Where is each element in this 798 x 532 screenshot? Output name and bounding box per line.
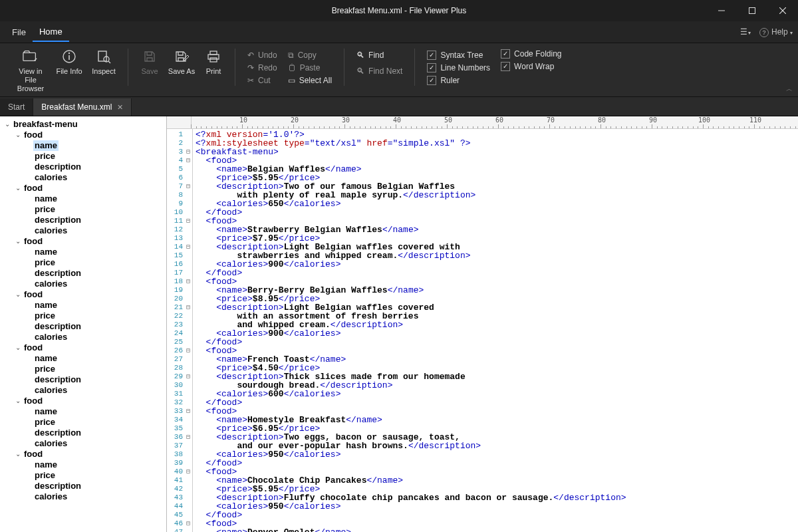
tree-leaf[interactable]: description	[0, 268, 166, 279]
tree-leaf[interactable]: calories	[0, 491, 166, 502]
ribbon-collapse-button[interactable]: ︿	[786, 84, 793, 94]
tree-leaf[interactable]: description	[0, 162, 166, 172]
code-folding-checkbox[interactable]: ✓Code Folding	[498, 49, 564, 59]
tree-leaf[interactable]: price	[0, 204, 166, 215]
tree-leaf[interactable]: name	[0, 194, 166, 204]
tree-leaf[interactable]: price	[0, 311, 166, 321]
syntax-tree-checkbox[interactable]: ✓Syntax Tree	[424, 50, 493, 61]
redo-button: ↷Redo	[245, 63, 280, 73]
search-icon: 🔍︎	[356, 51, 364, 60]
tree-leaf[interactable]: name	[0, 140, 166, 151]
view-in-browser-button[interactable]: View in File Browser	[12, 47, 49, 94]
window-maximize-button[interactable]	[737, 0, 767, 21]
tree-leaf[interactable]: description	[0, 428, 166, 438]
fold-gutter[interactable]: ⊟⊟⊟⊟⊟⊟⊟⊟⊟⊟⊟⊟⊟	[184, 129, 193, 532]
undo-button: ↶Undo	[245, 50, 280, 61]
inspect-button[interactable]: Inspect	[89, 47, 118, 76]
ruler-checkbox[interactable]: ✓Ruler	[424, 75, 493, 86]
tree-leaf[interactable]: price	[0, 151, 166, 162]
tree-node[interactable]: ⌄food	[0, 183, 166, 194]
svg-rect-11	[210, 51, 217, 55]
tree-node[interactable]: ⌄food	[0, 130, 166, 140]
work-area: ⌄breakfast-menu⌄foodnamepricedescription…	[0, 116, 798, 532]
tree-leaf[interactable]: name	[0, 247, 166, 257]
window-close-button[interactable]	[767, 0, 798, 21]
tree-node[interactable]: ⌄food	[0, 449, 166, 460]
tree-leaf[interactable]: price	[0, 257, 166, 268]
redo-icon: ↷	[247, 63, 254, 72]
save-as-button[interactable]: Save As	[167, 47, 196, 76]
save-button: Save	[138, 47, 162, 76]
tab-close-icon[interactable]: ✕	[117, 103, 123, 112]
tree-node[interactable]: ⌄food	[0, 236, 166, 247]
tree-leaf[interactable]: price	[0, 364, 166, 374]
tree-leaf[interactable]: name	[0, 353, 166, 364]
print-button[interactable]: Print	[201, 47, 225, 76]
tree-leaf[interactable]: description	[0, 215, 166, 225]
copy-button: ⧉Copy	[285, 50, 334, 61]
tree-leaf[interactable]: calories	[0, 279, 166, 289]
document-tabstrip: Start Breakfast Menu.xml✕	[0, 97, 798, 116]
menu-home[interactable]: Home	[33, 23, 69, 42]
svg-rect-8	[98, 51, 106, 61]
tree-leaf[interactable]: calories	[0, 172, 166, 183]
tree-leaf[interactable]: price	[0, 417, 166, 428]
window-minimize-button[interactable]	[706, 0, 737, 21]
find-next-button: 🔍︎Find Next	[354, 66, 405, 76]
svg-line-10	[108, 61, 110, 63]
settings-icon[interactable]: ☰▾	[740, 27, 750, 37]
ribbon: View in File Browser File Info Inspect S…	[0, 43, 798, 97]
tree-node[interactable]: ⌄food	[0, 396, 166, 406]
tab-start[interactable]: Start	[0, 98, 33, 116]
inspect-icon	[96, 49, 112, 65]
tree-leaf[interactable]: description	[0, 321, 166, 332]
tree-leaf[interactable]: description	[0, 481, 166, 491]
tab-file[interactable]: Breakfast Menu.xml✕	[33, 98, 132, 116]
code-area[interactable]: 1234567891011121314151617181920212223242…	[167, 129, 798, 532]
paste-button: 📋︎Paste	[285, 63, 334, 73]
tree-leaf[interactable]: calories	[0, 438, 166, 449]
line-number-gutter: 1234567891011121314151617181920212223242…	[167, 129, 184, 532]
title-bar: Breakfast Menu.xml - File Viewer Plus	[0, 0, 798, 21]
select-all-icon: ▭	[288, 76, 295, 85]
undo-icon: ↶	[247, 51, 254, 60]
tree-leaf[interactable]: calories	[0, 332, 166, 342]
paste-icon: 📋︎	[288, 63, 296, 72]
tree-leaf[interactable]: price	[0, 470, 166, 481]
search-next-icon: 🔍︎	[356, 66, 364, 76]
help-menu[interactable]: ?Help ▾	[759, 27, 793, 37]
tree-node[interactable]: ⌄food	[0, 342, 166, 353]
word-wrap-checkbox[interactable]: ✓Word Wrap	[498, 61, 564, 72]
tree-leaf[interactable]: calories	[0, 225, 166, 236]
cut-icon: ✂	[247, 76, 254, 85]
menu-bar: File Home ☰▾ ?Help ▾	[0, 21, 798, 43]
menu-file[interactable]: File	[5, 23, 33, 41]
print-icon	[205, 49, 221, 65]
code-content[interactable]: <?xml version='1.0'?><?xml:stylesheet ty…	[193, 129, 798, 532]
info-icon	[61, 49, 77, 65]
tree-leaf[interactable]: calories	[0, 385, 166, 396]
svg-rect-4	[23, 53, 35, 61]
svg-rect-13	[210, 58, 217, 62]
select-all-button[interactable]: ▭Select All	[285, 75, 334, 86]
ruler-bar: 102030405060708090100110	[167, 116, 798, 129]
copy-icon: ⧉	[288, 51, 294, 60]
svg-point-6	[68, 53, 70, 54]
tree-leaf[interactable]: name	[0, 300, 166, 311]
save-as-icon	[174, 49, 190, 65]
cut-button: ✂Cut	[245, 75, 280, 86]
file-info-button[interactable]: File Info	[55, 47, 84, 76]
window-title: Breakfast Menu.xml - File Viewer Plus	[0, 6, 798, 15]
tree-leaf[interactable]: name	[0, 406, 166, 417]
save-icon	[142, 49, 158, 65]
tree-node[interactable]: ⌄food	[0, 289, 166, 300]
folder-eye-icon	[23, 49, 39, 65]
line-numbers-checkbox[interactable]: ✓Line Numbers	[424, 63, 493, 73]
tree-leaf[interactable]: description	[0, 374, 166, 385]
editor: 102030405060708090100110 123456789101112…	[167, 116, 798, 532]
syntax-tree-panel[interactable]: ⌄breakfast-menu⌄foodnamepricedescription…	[0, 116, 167, 532]
tree-leaf[interactable]: name	[0, 460, 166, 470]
find-button[interactable]: 🔍︎Find	[354, 50, 405, 61]
svg-rect-1	[749, 8, 755, 14]
